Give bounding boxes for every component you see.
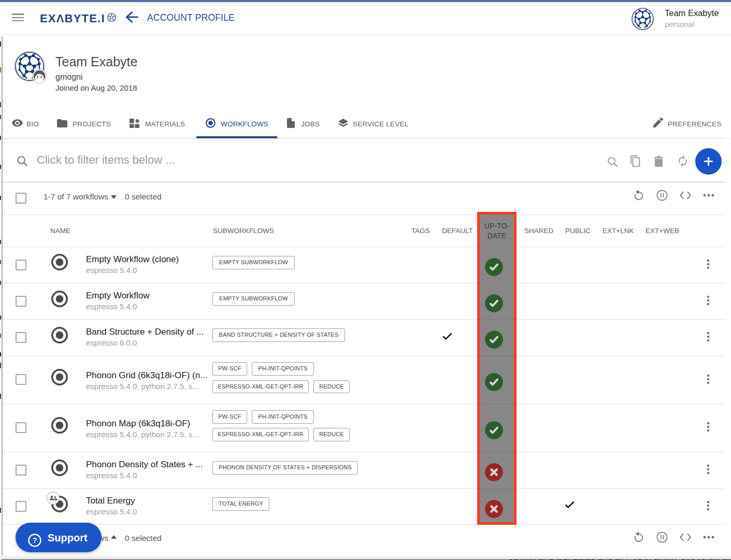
- svg-text:?: ?: [33, 536, 37, 544]
